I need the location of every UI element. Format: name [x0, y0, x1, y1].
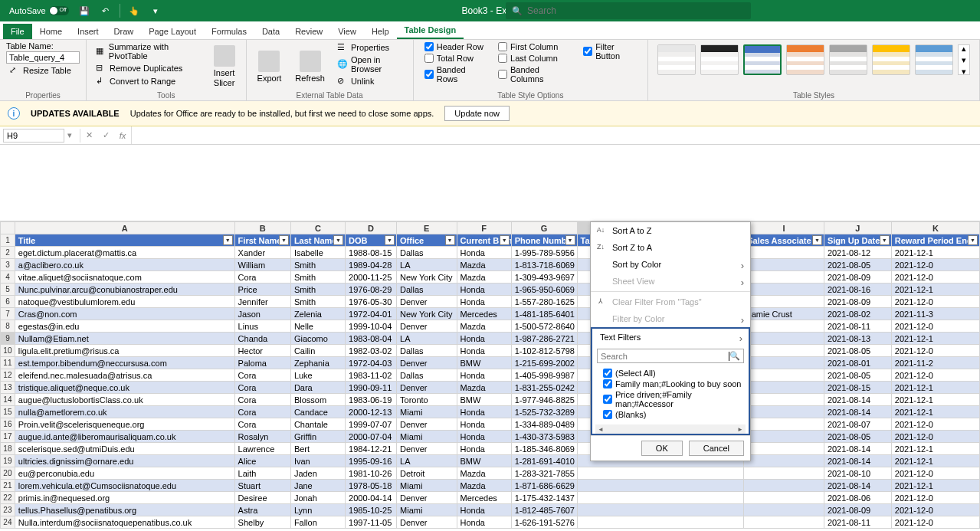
- row-header[interactable]: 23: [1, 504, 15, 516]
- filter-dropdown-icon[interactable]: ▼: [279, 235, 289, 245]
- cell[interactable]: 1999-10-04: [346, 320, 397, 333]
- filter-dropdown-icon[interactable]: ▼: [812, 235, 822, 245]
- cell[interactable]: 2021-08-06: [824, 492, 891, 504]
- cell[interactable]: 2021-12-0: [891, 504, 979, 516]
- filter-option[interactable]: (Select All): [597, 368, 744, 379]
- cell[interactable]: Denver: [397, 492, 457, 504]
- cell[interactable]: 1-283-321-7855: [511, 467, 577, 480]
- cell[interactable]: Jennifer: [234, 296, 290, 308]
- row-header[interactable]: 19: [1, 455, 15, 467]
- table-style-swatch[interactable]: [829, 44, 867, 75]
- row-header[interactable]: 16: [1, 418, 15, 431]
- table-style-swatch[interactable]: [657, 44, 696, 75]
- cell[interactable]: Luke: [290, 369, 345, 382]
- cell[interactable]: ultricies.dignissim@ornare.edu: [15, 455, 234, 467]
- cell[interactable]: Laith: [234, 467, 290, 480]
- cell[interactable]: Honda: [457, 296, 511, 308]
- cell[interactable]: Cailin: [290, 345, 345, 357]
- cell[interactable]: 2021-08-05: [824, 345, 891, 357]
- row-header[interactable]: 6: [1, 296, 15, 308]
- cell[interactable]: Alice: [234, 455, 290, 467]
- tab-formulas[interactable]: Formulas: [204, 24, 254, 39]
- cell[interactable]: Giacomo: [290, 333, 345, 345]
- table-header[interactable]: Last Name▼: [290, 234, 345, 247]
- gallery-more-button[interactable]: ▴▾▾: [958, 44, 970, 75]
- name-box-dropdown-icon[interactable]: ▾: [67, 130, 72, 140]
- cell[interactable]: BMW: [457, 455, 511, 467]
- cell[interactable]: Mazda: [457, 320, 511, 333]
- filter-cancel-button[interactable]: Cancel: [689, 441, 744, 456]
- cell[interactable]: [744, 394, 824, 406]
- fx-icon[interactable]: fx: [114, 131, 131, 140]
- cell[interactable]: Dallas: [397, 284, 457, 296]
- cell[interactable]: 1-281-691-4010: [511, 455, 577, 467]
- cell[interactable]: [744, 455, 824, 467]
- cell[interactable]: eget.dictum.placerat@mattis.ca: [15, 247, 234, 259]
- cell[interactable]: [744, 284, 824, 296]
- cell[interactable]: nulla@ametlorem.co.uk: [15, 406, 234, 418]
- filter-dropdown-icon[interactable]: ▼: [565, 235, 575, 245]
- cell[interactable]: Denver: [397, 296, 457, 308]
- search-input[interactable]: [527, 5, 745, 16]
- cell[interactable]: Hector: [234, 345, 290, 357]
- cell[interactable]: [744, 431, 824, 443]
- cell[interactable]: 2021-12-0: [891, 492, 979, 504]
- cell[interactable]: 2021-12-1: [891, 394, 979, 406]
- cell[interactable]: Dallas: [397, 369, 457, 382]
- row-header[interactable]: 24: [1, 516, 15, 529]
- cell[interactable]: 2021-08-09: [824, 296, 891, 308]
- filter-dropdown-icon[interactable]: ▼: [385, 235, 395, 245]
- cell[interactable]: 1972-04-03: [346, 357, 397, 369]
- cell[interactable]: Jaden: [290, 467, 345, 480]
- cell[interactable]: Cora: [234, 394, 290, 406]
- cell[interactable]: tellus.Phasellus@penatibus.org: [15, 504, 234, 516]
- cell[interactable]: Cora: [234, 382, 290, 394]
- name-box[interactable]: [3, 129, 64, 143]
- cell[interactable]: vitae.aliquet@sociisnatoque.com: [15, 271, 234, 284]
- cell[interactable]: [577, 504, 744, 516]
- cell[interactable]: Miami: [397, 431, 457, 443]
- filter-dropdown-icon[interactable]: ▼: [968, 235, 978, 245]
- filter-option[interactable]: Price driven;#Family man;#Accessor: [597, 389, 744, 409]
- tab-file[interactable]: File: [3, 24, 32, 39]
- cell[interactable]: [744, 418, 824, 431]
- cell[interactable]: [577, 467, 744, 480]
- cell[interactable]: Dara: [290, 382, 345, 394]
- cell[interactable]: 2021-08-11: [824, 320, 891, 333]
- cell[interactable]: 2021-08-16: [824, 284, 891, 296]
- touch-mode-icon[interactable]: 👆: [125, 2, 143, 20]
- row-header[interactable]: 17: [1, 431, 15, 443]
- cell[interactable]: [577, 516, 744, 529]
- cell[interactable]: 1-405-998-9987: [511, 369, 577, 382]
- cell[interactable]: 2021-11-2: [891, 357, 979, 369]
- cell[interactable]: 2021-12-0: [891, 418, 979, 431]
- cell[interactable]: [577, 480, 744, 492]
- row-header[interactable]: 15: [1, 406, 15, 418]
- filter-dropdown-icon[interactable]: ▼: [445, 235, 455, 245]
- cell[interactable]: Rosalyn: [234, 431, 290, 443]
- cell[interactable]: 1972-04-01: [346, 308, 397, 320]
- cell[interactable]: 2000-11-25: [346, 271, 397, 284]
- cell[interactable]: [744, 480, 824, 492]
- cell[interactable]: Honda: [457, 333, 511, 345]
- cell[interactable]: 2021-12-1: [891, 455, 979, 467]
- table-style-swatch[interactable]: [872, 44, 910, 75]
- cell[interactable]: 1-995-789-5956: [511, 247, 577, 259]
- cell[interactable]: Jamie Crust: [744, 308, 824, 320]
- cell[interactable]: Paloma: [234, 357, 290, 369]
- table-style-swatch[interactable]: [743, 44, 782, 75]
- cell[interactable]: 2021-08-14: [824, 406, 891, 418]
- cell[interactable]: Miami: [397, 480, 457, 492]
- cell[interactable]: 1999-07-07: [346, 418, 397, 431]
- cell[interactable]: eu@perconubia.edu: [15, 467, 234, 480]
- cell[interactable]: Dallas: [397, 345, 457, 357]
- tab-draw[interactable]: Draw: [107, 24, 142, 39]
- save-icon[interactable]: 💾: [75, 2, 93, 20]
- cell[interactable]: 2021-12-0: [891, 296, 979, 308]
- cell[interactable]: Ivan: [290, 455, 345, 467]
- cell[interactable]: 2021-08-05: [824, 259, 891, 271]
- cell[interactable]: 1-185-346-8069: [511, 443, 577, 455]
- table-style-swatch[interactable]: [700, 44, 739, 75]
- table-style-swatch[interactable]: [915, 44, 953, 75]
- table-name-input[interactable]: [6, 51, 80, 64]
